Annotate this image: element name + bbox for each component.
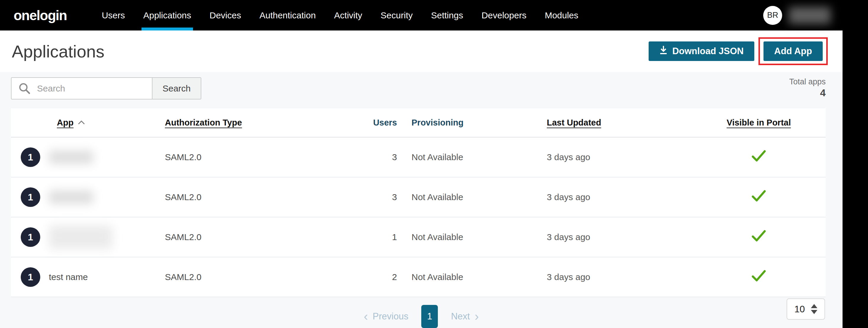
users-count-cell: 3 [257, 192, 399, 202]
app-badge: 1 [21, 227, 40, 247]
previous-page-button[interactable]: ‹ Previous [364, 310, 408, 323]
column-header-visible-in-portal[interactable]: Visible in Portal [647, 118, 826, 127]
table-row[interactable]: 1 SAML2.0 1 Not Available 3 days ago [11, 217, 826, 258]
search-box: Search [11, 77, 201, 99]
table-row[interactable]: 1 SAML2.0 3 Not Available 3 days ago [11, 178, 826, 217]
column-header-provisioning: Provisioning [399, 118, 529, 127]
table-body: 1 SAML2.0 3 Not Available 3 days ago 1 S… [11, 138, 826, 297]
applications-table: App Authorization Type Users Provisionin… [11, 108, 826, 297]
app-name-cell[interactable] [43, 191, 159, 204]
app-name-cell[interactable] [43, 225, 159, 249]
page-header: Applications Download JSON Add App [0, 30, 842, 72]
previous-label: Previous [373, 311, 408, 322]
nav-item-applications[interactable]: Applications [143, 0, 191, 30]
user-name-redacted [789, 7, 831, 24]
current-page-button[interactable]: 1 [421, 305, 438, 328]
total-apps-value: 4 [789, 87, 826, 98]
next-label: Next [451, 311, 470, 322]
column-header-app[interactable]: App [43, 118, 159, 127]
download-icon [659, 45, 668, 57]
app-badge: 1 [21, 267, 40, 287]
page-title: Applications [12, 41, 104, 61]
app-badge: 1 [21, 147, 40, 167]
app-badge-cell: 1 [11, 147, 43, 167]
app-name-cell[interactable]: test name [43, 272, 159, 282]
download-json-button[interactable]: Download JSON [649, 41, 754, 61]
nav-item-activity[interactable]: Activity [334, 0, 362, 30]
table-header-row: App Authorization Type Users Provisionin… [11, 108, 826, 138]
nav-item-modules[interactable]: Modules [545, 0, 578, 30]
page: onelogin UsersApplicationsDevicesAuthent… [0, 0, 842, 328]
nav-item-settings[interactable]: Settings [431, 0, 463, 30]
check-icon [751, 230, 766, 244]
table-row[interactable]: 1 SAML2.0 3 Not Available 3 days ago [11, 138, 826, 178]
app-badge-cell: 1 [11, 187, 43, 207]
pagination: ‹ Previous 1 Next › [0, 305, 842, 328]
app-badge-cell: 1 [11, 227, 43, 247]
add-app-highlight: Add App [758, 37, 828, 65]
authorization-type-cell: SAML2.0 [159, 152, 257, 162]
visible-in-portal-cell [647, 270, 826, 285]
authorization-type-cell: SAML2.0 [159, 192, 257, 202]
add-app-label: Add App [774, 46, 812, 57]
app-badge-cell: 1 [11, 267, 43, 287]
chevron-right-icon: › [474, 310, 479, 323]
app-name-redacted [49, 225, 113, 249]
add-app-button[interactable]: Add App [764, 41, 823, 61]
next-page-button[interactable]: Next › [451, 310, 479, 323]
check-icon [751, 270, 766, 285]
visible-in-portal-cell [647, 230, 826, 244]
nav-item-authentication[interactable]: Authentication [259, 0, 316, 30]
visible-in-portal-cell [647, 150, 826, 165]
toolbar: Search Total apps 4 [0, 72, 842, 99]
check-icon [751, 190, 766, 205]
search-icon [11, 78, 31, 99]
app-name-redacted [49, 151, 93, 164]
app-name: test name [49, 272, 88, 282]
app-name-redacted [49, 191, 93, 204]
download-json-label: Download JSON [672, 46, 744, 57]
check-icon [751, 150, 766, 165]
nav-items: UsersApplicationsDevicesAuthenticationAc… [102, 0, 579, 30]
users-count-cell: 3 [257, 152, 399, 162]
chevron-left-icon: ‹ [364, 310, 368, 323]
provisioning-cell: Not Available [399, 192, 529, 202]
users-count-cell: 2 [257, 272, 399, 282]
last-updated-cell: 3 days ago [529, 232, 647, 242]
nav-item-devices[interactable]: Devices [210, 0, 241, 30]
page-size-select[interactable]: 10 [786, 298, 825, 320]
provisioning-cell: Not Available [399, 152, 529, 162]
table-row[interactable]: 1 test name SAML2.0 2 Not Available 3 da… [11, 258, 826, 297]
nav-item-developers[interactable]: Developers [482, 0, 526, 30]
app-name-cell[interactable] [43, 151, 159, 164]
users-count-cell: 1 [257, 232, 399, 242]
topbar-right: BR [763, 6, 842, 25]
column-header-authorization-type[interactable]: Authorization Type [159, 118, 257, 127]
authorization-type-cell: SAML2.0 [159, 272, 257, 282]
spinner-icon[interactable] [811, 304, 817, 314]
provisioning-cell: Not Available [399, 232, 529, 242]
avatar[interactable]: BR [763, 6, 782, 25]
total-apps: Total apps 4 [789, 77, 826, 98]
authorization-type-cell: SAML2.0 [159, 232, 257, 242]
column-header-app-label[interactable]: App [57, 118, 73, 127]
last-updated-cell: 3 days ago [529, 152, 647, 162]
nav-item-security[interactable]: Security [381, 0, 413, 30]
total-apps-label: Total apps [789, 77, 826, 86]
search-button[interactable]: Search [152, 78, 201, 99]
column-header-users: Users [257, 118, 399, 127]
provisioning-cell: Not Available [399, 272, 529, 282]
page-size-value: 10 [794, 304, 805, 315]
column-header-last-updated[interactable]: Last Updated [529, 118, 647, 127]
last-updated-cell: 3 days ago [529, 272, 647, 282]
sort-asc-icon [78, 120, 85, 125]
nav-item-users[interactable]: Users [102, 0, 125, 30]
visible-in-portal-cell [647, 190, 826, 205]
app-badge: 1 [21, 187, 40, 207]
search-input[interactable] [31, 78, 152, 99]
last-updated-cell: 3 days ago [529, 192, 647, 202]
top-nav: onelogin UsersApplicationsDevicesAuthent… [0, 0, 842, 30]
onelogin-logo: onelogin [13, 7, 67, 23]
